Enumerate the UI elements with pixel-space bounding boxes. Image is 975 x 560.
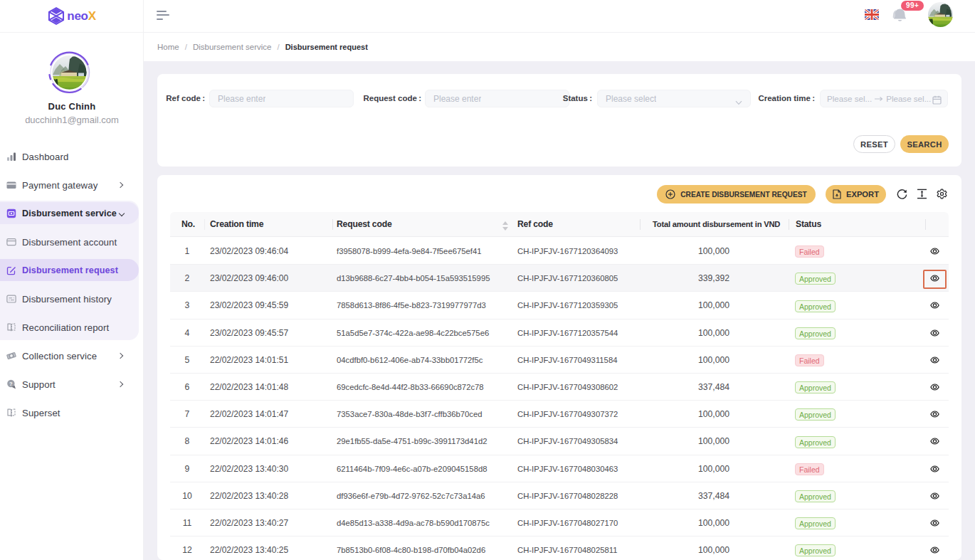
svg-text:?: ? [9,381,13,387]
